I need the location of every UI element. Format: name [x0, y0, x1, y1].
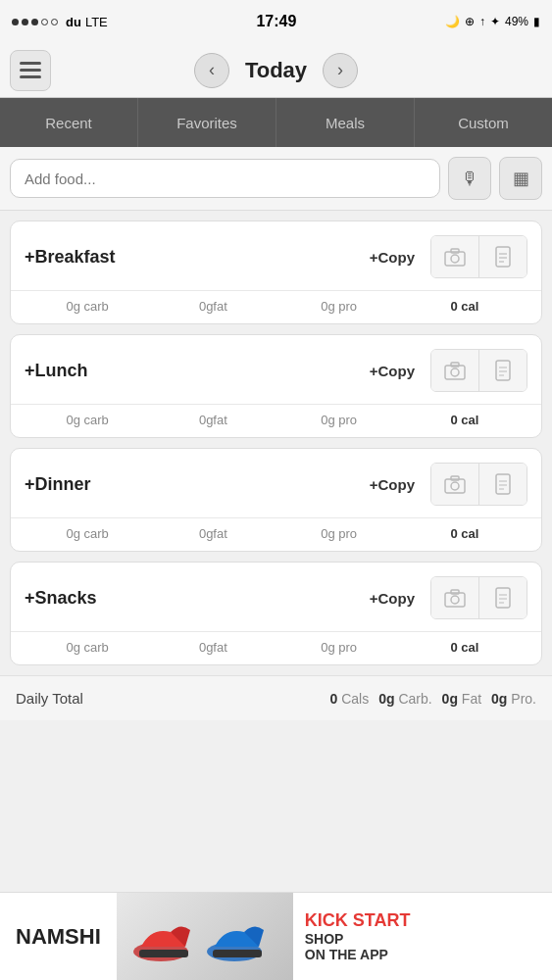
daily-fat-unit: Fat — [462, 691, 481, 707]
dinner-note-button[interactable] — [479, 464, 527, 505]
breakfast-icons — [430, 235, 527, 278]
status-right: 🌙 ⊕ ↑ ✦ 49% ▮ — [445, 15, 540, 28]
daily-total-bar: Daily Total 0 Cals 0g Carb. 0g Fat 0g Pr… — [0, 675, 552, 720]
dot5 — [51, 19, 58, 25]
dinner-camera-button[interactable] — [431, 464, 478, 505]
camera-icon — [444, 588, 466, 608]
dinner-carb: 0g carb — [25, 526, 150, 541]
status-left: du LTE — [12, 15, 108, 29]
status-bar: du LTE 17:49 🌙 ⊕ ↑ ✦ 49% ▮ — [0, 0, 552, 43]
svg-rect-23 — [451, 590, 459, 594]
ad-shop-line1: SHOP — [305, 931, 540, 947]
lunch-icons — [430, 349, 527, 392]
svg-rect-16 — [451, 476, 459, 480]
ad-banner[interactable]: NAMSHI KICK START SHOP ON THE APP — [0, 892, 552, 980]
lunch-name[interactable]: +Lunch — [25, 361, 360, 381]
camera-icon — [444, 474, 466, 494]
svg-rect-10 — [496, 361, 510, 380]
breakfast-stats: 0g carb 0gfat 0g pro 0 cal — [11, 291, 541, 323]
lunch-copy-button[interactable]: +Copy — [370, 363, 415, 379]
lunch-camera-button[interactable] — [431, 350, 478, 391]
daily-pro-value: 0g — [491, 691, 507, 707]
breakfast-fat: 0gfat — [150, 299, 276, 314]
lunch-carb: 0g carb — [25, 413, 150, 427]
daily-carb-value: 0g — [378, 691, 394, 707]
camera-icon — [444, 361, 466, 380]
carrier: du — [66, 15, 81, 29]
microphone-button[interactable]: 🎙 — [448, 157, 491, 200]
shoe-illustration — [126, 903, 283, 971]
menu-line-1 — [20, 62, 41, 65]
dot2 — [22, 19, 28, 25]
note-icon — [494, 587, 512, 609]
ad-shop-line2: ON THE APP — [305, 947, 540, 962]
next-day-button[interactable]: › — [323, 53, 358, 88]
svg-rect-29 — [139, 950, 188, 957]
snacks-fat: 0gfat — [150, 640, 276, 655]
svg-rect-21 — [445, 593, 465, 607]
breakfast-camera-button[interactable] — [431, 236, 478, 277]
breakfast-note-button[interactable] — [479, 236, 527, 277]
signal-dots — [12, 19, 58, 25]
tab-recent[interactable]: Recent — [0, 98, 138, 147]
tab-meals[interactable]: Meals — [276, 98, 415, 147]
dinner-fat: 0gfat — [150, 526, 276, 541]
arrow-icon: ↑ — [479, 15, 485, 28]
svg-rect-7 — [445, 366, 465, 379]
page-title: Today — [245, 58, 307, 83]
lunch-header: +Lunch +Copy — [11, 335, 541, 405]
meals-container: +Breakfast +Copy — [0, 211, 552, 665]
barcode-button[interactable]: ▦ — [499, 157, 542, 200]
snacks-note-button[interactable] — [479, 577, 527, 618]
breakfast-copy-button[interactable]: +Copy — [370, 249, 415, 266]
location-icon: ⊕ — [465, 15, 475, 28]
daily-carb: 0g Carb. — [378, 691, 431, 707]
dinner-card: +Dinner +Copy — [10, 448, 542, 552]
search-bar: 🎙 ▦ — [0, 147, 552, 211]
prev-day-button[interactable]: ‹ — [194, 53, 229, 88]
lunch-note-button[interactable] — [479, 350, 527, 391]
svg-rect-3 — [496, 247, 510, 267]
battery-icon: ▮ — [533, 15, 540, 28]
daily-pro: 0g Pro. — [491, 691, 536, 707]
camera-icon — [444, 247, 466, 267]
lunch-fat: 0gfat — [150, 413, 276, 427]
svg-point-8 — [451, 368, 459, 376]
tab-custom[interactable]: Custom — [415, 98, 552, 147]
snacks-camera-button[interactable] — [431, 577, 478, 618]
dinner-name[interactable]: +Dinner — [25, 474, 360, 495]
daily-total-label: Daily Total — [16, 690, 320, 707]
breakfast-name[interactable]: +Breakfast — [25, 247, 360, 268]
dot4 — [41, 19, 48, 25]
svg-rect-31 — [213, 950, 262, 957]
ad-image — [117, 893, 293, 981]
dot1 — [12, 19, 19, 25]
dinner-copy-button[interactable]: +Copy — [370, 476, 415, 493]
snacks-carb: 0g carb — [25, 640, 150, 655]
svg-rect-9 — [451, 363, 459, 367]
svg-rect-17 — [496, 474, 510, 494]
dot3 — [31, 19, 38, 25]
lunch-cal: 0 cal — [402, 413, 527, 427]
menu-button[interactable] — [10, 50, 51, 91]
snacks-copy-button[interactable]: +Copy — [370, 590, 415, 607]
breakfast-pro: 0g pro — [276, 299, 402, 314]
daily-carb-unit: Carb. — [398, 691, 431, 707]
daily-cals-value: 0 — [329, 691, 337, 707]
svg-rect-14 — [445, 479, 465, 493]
snacks-stats: 0g carb 0gfat 0g pro 0 cal — [11, 632, 541, 664]
breakfast-cal: 0 cal — [402, 299, 527, 314]
ad-logo: NAMSHI — [0, 924, 117, 950]
search-input[interactable] — [10, 159, 440, 198]
daily-cals-unit: Cals — [341, 691, 369, 707]
dinner-header: +Dinner +Copy — [11, 449, 541, 518]
svg-rect-0 — [445, 252, 465, 266]
ad-headline: KICK START — [305, 910, 540, 931]
bluetooth-icon: ✦ — [490, 15, 500, 28]
snacks-name[interactable]: +Snacks — [25, 588, 360, 609]
battery-text: 49% — [505, 15, 528, 28]
microphone-icon: 🎙 — [461, 169, 478, 189]
tab-favorites[interactable]: Favorites — [138, 98, 276, 147]
status-time: 17:49 — [256, 13, 296, 30]
menu-line-2 — [20, 69, 41, 72]
